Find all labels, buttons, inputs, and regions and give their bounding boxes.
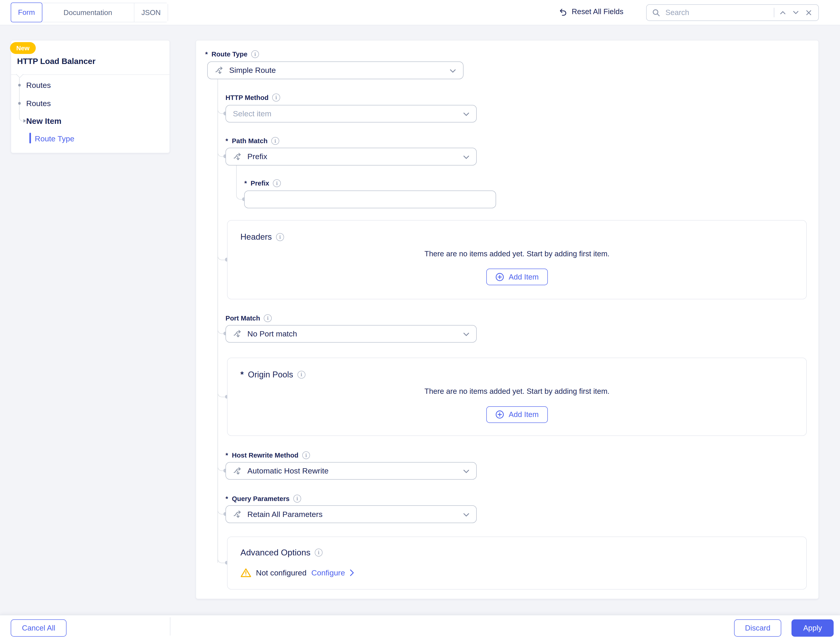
route-branch-icon	[233, 466, 242, 475]
search-icon	[652, 9, 660, 17]
info-icon[interactable]	[271, 137, 279, 145]
search-clear-button[interactable]	[804, 8, 813, 17]
info-icon[interactable]	[273, 179, 281, 187]
route-type-value: Simple Route	[229, 66, 276, 75]
route-branch-icon	[233, 152, 242, 161]
connector-line	[236, 166, 237, 194]
search-divider	[774, 8, 774, 17]
cancel-all-button[interactable]: Cancel All	[11, 619, 66, 636]
connector-elbow	[218, 255, 226, 260]
add-item-button[interactable]: Add Item	[486, 406, 548, 423]
query-parameters-label: * Query Parameters	[226, 494, 301, 502]
headers-empty-message: There are no items added yet. Start by a…	[228, 250, 806, 258]
tab-documentation[interactable]: Documentation	[42, 3, 134, 22]
sidebar-item-routes-2[interactable]: Routes	[26, 99, 51, 108]
chevron-down-icon	[793, 11, 798, 14]
sidebar-title: HTTP Load Balancer	[17, 57, 95, 66]
required-marker: *	[205, 50, 208, 58]
active-indicator	[29, 133, 31, 143]
path-match-value: Prefix	[247, 152, 267, 161]
connector-elbow	[218, 558, 226, 563]
form-panel: * Route Type Simple Route HTTP Method Se…	[195, 40, 819, 599]
search-box	[646, 4, 819, 21]
prefix-label: * Prefix	[244, 179, 281, 187]
route-branch-icon	[215, 66, 224, 75]
footer-bar: Cancel All Discard Apply	[0, 615, 840, 641]
origin-pools-card: * Origin Pools There are no items added …	[227, 358, 807, 436]
configure-link[interactable]: Configure	[311, 569, 345, 577]
origin-pools-empty-message: There are no items added yet. Start by a…	[228, 387, 806, 396]
required-marker: *	[241, 370, 244, 380]
info-icon[interactable]	[302, 451, 310, 459]
info-icon[interactable]	[293, 494, 301, 502]
chevron-down-icon	[463, 112, 469, 116]
route-type-select[interactable]: Simple Route	[207, 61, 463, 79]
plus-circle-icon	[495, 272, 504, 282]
info-icon[interactable]	[264, 314, 272, 322]
info-icon[interactable]	[272, 93, 280, 101]
topbar: Form Documentation JSON Reset All Fields	[0, 0, 840, 25]
close-icon	[806, 10, 811, 14]
search-input[interactable]	[664, 8, 770, 18]
bullet-icon	[18, 84, 21, 87]
required-marker: *	[226, 495, 228, 502]
chevron-down-icon	[463, 155, 469, 159]
apply-button[interactable]: Apply	[792, 619, 834, 636]
sidebar-item-routes-1[interactable]: Routes	[26, 81, 51, 90]
host-rewrite-method-select[interactable]: Automatic Host Rewrite	[226, 462, 477, 480]
bullet-icon	[18, 102, 21, 105]
http-method-placeholder: Select item	[233, 109, 271, 118]
prefix-input[interactable]	[244, 190, 496, 208]
add-item-button[interactable]: Add Item	[486, 269, 548, 285]
required-marker: *	[244, 179, 247, 187]
route-branch-icon	[233, 510, 242, 519]
view-tabs: Form Documentation JSON	[11, 3, 168, 22]
http-method-select[interactable]: Select item	[226, 105, 477, 123]
reset-all-fields-button[interactable]: Reset All Fields	[558, 7, 624, 16]
discard-button[interactable]: Discard	[734, 619, 781, 636]
path-match-label: * Path Match	[226, 137, 279, 145]
info-icon[interactable]	[276, 233, 284, 241]
tab-json[interactable]: JSON	[134, 3, 168, 22]
search-prev-button[interactable]	[779, 8, 787, 17]
port-match-value: No Port match	[247, 329, 297, 338]
query-parameters-value: Retain All Parameters	[247, 510, 323, 519]
origin-pools-title: * Origin Pools	[241, 370, 305, 380]
path-match-select[interactable]: Prefix	[226, 148, 477, 166]
collapse-notch-icon	[16, 71, 23, 78]
not-configured-text: Not configured	[256, 569, 307, 577]
new-badge: New	[10, 42, 36, 54]
headers-title: Headers	[241, 232, 284, 242]
chevron-down-icon	[463, 513, 469, 517]
port-match-label: Port Match	[226, 314, 272, 322]
query-parameters-select[interactable]: Retain All Parameters	[226, 505, 477, 523]
sidebar-item-route-type[interactable]: Route Type	[35, 134, 74, 143]
port-match-select[interactable]: No Port match	[226, 325, 477, 343]
info-icon[interactable]	[315, 549, 323, 557]
chevron-down-icon	[450, 69, 456, 73]
chevron-up-icon	[781, 11, 785, 14]
route-branch-icon	[233, 329, 242, 338]
info-icon[interactable]	[251, 50, 259, 58]
required-marker: *	[226, 451, 228, 459]
search-next-button[interactable]	[792, 8, 800, 17]
tab-form[interactable]: Form	[11, 3, 42, 22]
advanced-options-card: Advanced Options Not configured Configur…	[227, 536, 807, 589]
plus-circle-icon	[495, 410, 504, 419]
info-icon[interactable]	[297, 371, 305, 379]
connector-elbow	[218, 392, 226, 397]
advanced-options-status: Not configured Configure	[241, 568, 354, 578]
footer-divider	[170, 617, 170, 636]
required-marker: *	[226, 137, 228, 145]
screen: Form Documentation JSON Reset All Fields	[0, 0, 840, 641]
reset-all-fields-label: Reset All Fields	[572, 7, 624, 16]
sidebar-item-new-item[interactable]: New Item	[26, 116, 61, 126]
host-rewrite-method-label: * Host Rewrite Method	[226, 451, 310, 459]
chevron-down-icon	[463, 469, 469, 474]
advanced-options-title: Advanced Options	[241, 548, 323, 557]
sidebar-divider	[11, 74, 170, 75]
warning-icon	[241, 568, 251, 578]
tree-elbow	[19, 116, 24, 121]
host-rewrite-method-value: Automatic Host Rewrite	[247, 466, 328, 475]
route-type-label: * Route Type	[205, 50, 259, 58]
